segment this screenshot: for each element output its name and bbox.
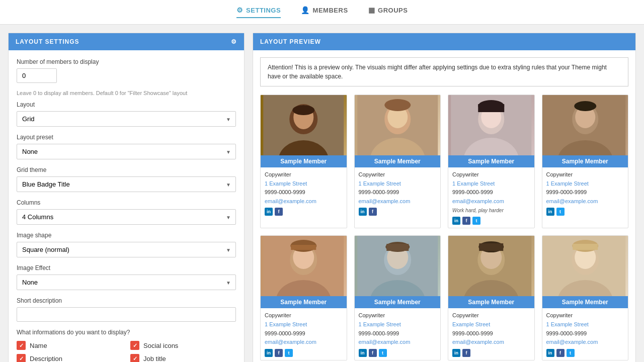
twitter-icon-3[interactable]: t bbox=[472, 217, 480, 225]
member-role-7: Copywriter bbox=[452, 311, 530, 320]
member-address-5: 1 Example Street bbox=[265, 320, 343, 329]
twitter-icon-6[interactable]: t bbox=[379, 349, 387, 357]
checkbox-description-box[interactable]: ✓ bbox=[17, 354, 26, 362]
member-photo-8 bbox=[542, 236, 628, 296]
preset-group: Layout preset None Preset 1 ▼ bbox=[17, 134, 236, 159]
twitter-icon-5[interactable]: t bbox=[285, 349, 293, 357]
linkedin-icon-7[interactable]: in bbox=[452, 349, 460, 357]
member-name-7: Sample Member bbox=[468, 299, 514, 306]
preview-notice: Attention! This is a preview only. The v… bbox=[260, 57, 628, 86]
member-phone-8: 9999-0000-9999 bbox=[546, 329, 624, 338]
linkedin-icon-6[interactable]: in bbox=[359, 349, 367, 357]
member-card-5: Sample Member Copywriter 1 Example Stree… bbox=[260, 235, 347, 360]
member-card-7: Sample Member Copywriter Example Street … bbox=[448, 235, 535, 360]
layout-group: Layout Grid List Filter Showcase ▼ bbox=[17, 101, 236, 127]
member-address-2: 1 Example Street bbox=[359, 179, 437, 189]
preset-select[interactable]: None Preset 1 bbox=[17, 144, 236, 159]
nav-item-settings[interactable]: ⚙ SETTINGS bbox=[236, 6, 281, 18]
left-panel: LAYOUT SETTINGS ⚙ Number of members to d… bbox=[8, 33, 245, 362]
member-role-2: Copywriter bbox=[359, 170, 437, 179]
linkedin-icon-3[interactable]: in bbox=[452, 217, 460, 225]
member-name-bar-2: Sample Member bbox=[355, 155, 441, 167]
svg-point-4 bbox=[292, 105, 314, 115]
member-name-bar-8: Sample Member bbox=[542, 296, 628, 308]
image-shape-group: Image shape Square (normal) Circle Round… bbox=[17, 232, 236, 257]
checkbox-social-icons-box[interactable]: ✓ bbox=[130, 341, 139, 350]
member-address-8: 1 Example Street bbox=[546, 320, 624, 329]
image-shape-select[interactable]: Square (normal) Circle Rounded bbox=[17, 242, 236, 257]
member-email-7: email@example.com bbox=[452, 338, 530, 347]
member-name-bar-7: Sample Member bbox=[448, 296, 534, 308]
theme-select[interactable]: Blue Badge Title Dark Badge Title bbox=[17, 176, 236, 192]
short-desc-input[interactable] bbox=[17, 307, 236, 322]
member-photo-1 bbox=[261, 95, 347, 155]
layout-select-wrapper: Grid List Filter Showcase ▼ bbox=[17, 111, 236, 127]
member-photo-4 bbox=[542, 95, 628, 155]
image-shape-select-wrapper: Square (normal) Circle Rounded ▼ bbox=[17, 242, 236, 257]
checkbox-name-box[interactable]: ✓ bbox=[17, 341, 26, 350]
member-email-5: email@example.com bbox=[265, 338, 343, 347]
member-social-1: in f bbox=[265, 208, 343, 216]
checkbox-social-icons-label: Social icons bbox=[143, 342, 178, 349]
member-name-bar-4: Sample Member bbox=[542, 155, 628, 167]
member-name-bar-5: Sample Member bbox=[261, 296, 347, 308]
layout-label: Layout bbox=[17, 101, 236, 108]
member-address-4: 1 Example Street bbox=[546, 179, 624, 189]
facebook-icon-8[interactable]: f bbox=[556, 349, 565, 357]
image-effect-select[interactable]: None Grayscale Sepia bbox=[17, 275, 236, 290]
member-role-4: Copywriter bbox=[546, 170, 624, 179]
svg-rect-39 bbox=[479, 243, 503, 251]
member-role-1: Copywriter bbox=[265, 170, 343, 179]
layout-select[interactable]: Grid List Filter Showcase bbox=[17, 111, 236, 127]
preview-header: LAYOUT PREVIEW bbox=[253, 33, 635, 50]
columns-select[interactable]: 1 Column 2 Columns 3 Columns 4 Columns bbox=[17, 209, 236, 225]
facebook-icon-7[interactable]: f bbox=[462, 349, 470, 357]
checkbox-job-title-box[interactable]: ✓ bbox=[130, 354, 139, 362]
svg-point-21 bbox=[574, 101, 596, 111]
member-card-4: Sample Member Copywriter 1 Example Stree… bbox=[542, 95, 629, 228]
linkedin-icon-4[interactable]: in bbox=[546, 208, 554, 216]
linkedin-icon-8[interactable]: in bbox=[546, 349, 554, 357]
member-info-1: Copywriter 1 Example Street 9999-0000-99… bbox=[261, 167, 347, 219]
main-container: LAYOUT SETTINGS ⚙ Number of members to d… bbox=[0, 25, 644, 362]
member-email-6: email@example.com bbox=[359, 338, 437, 347]
checkbox-job-title: ✓ Job title bbox=[130, 354, 236, 362]
checkboxes-section-label: What informations do you want to display… bbox=[17, 329, 236, 336]
nav-item-members[interactable]: 👤 MEMBERS bbox=[301, 6, 348, 18]
member-email-8: email@example.com bbox=[546, 338, 624, 347]
member-photo-3 bbox=[448, 95, 534, 155]
member-photo-6 bbox=[355, 236, 441, 296]
settings-icon: ⚙ bbox=[236, 6, 244, 14]
member-photo-7 bbox=[448, 236, 534, 296]
facebook-icon-6[interactable]: f bbox=[369, 349, 377, 357]
linkedin-icon-2[interactable]: in bbox=[359, 208, 367, 216]
member-card-6: Sample Member Copywriter 1 Example Stree… bbox=[354, 235, 441, 360]
member-name-bar-1: Sample Member bbox=[261, 155, 347, 167]
nav-item-groups[interactable]: ▦ GROUPS bbox=[368, 6, 408, 18]
theme-select-wrapper: Blue Badge Title Dark Badge Title ▼ bbox=[17, 176, 236, 192]
nav-label-settings: SETTINGS bbox=[246, 7, 281, 14]
facebook-icon-2[interactable]: f bbox=[369, 208, 377, 216]
facebook-icon-3[interactable]: f bbox=[462, 217, 470, 225]
checkbox-description-label: Description bbox=[30, 355, 62, 363]
members-count-input[interactable] bbox=[17, 68, 57, 83]
groups-icon: ▦ bbox=[368, 6, 375, 14]
linkedin-icon-5[interactable]: in bbox=[265, 349, 273, 357]
preview-body: Attention! This is a preview only. The v… bbox=[253, 50, 635, 362]
twitter-icon-4[interactable]: t bbox=[556, 208, 565, 216]
checkboxes-section: What informations do you want to display… bbox=[17, 329, 236, 362]
member-address-6: 1 Example Street bbox=[359, 320, 437, 329]
nav-label-members: MEMBERS bbox=[313, 7, 348, 14]
settings-gear-icon[interactable]: ⚙ bbox=[231, 38, 237, 45]
linkedin-icon-1[interactable]: in bbox=[265, 208, 273, 216]
member-role-5: Copywriter bbox=[265, 311, 343, 320]
member-name-4: Sample Member bbox=[562, 158, 608, 165]
member-name-5: Sample Member bbox=[280, 299, 327, 306]
twitter-icon-8[interactable]: t bbox=[567, 349, 575, 357]
facebook-icon-1[interactable]: f bbox=[275, 208, 283, 216]
member-social-8: in f t bbox=[546, 349, 624, 357]
member-name-2: Sample Member bbox=[374, 158, 421, 165]
member-name-3: Sample Member bbox=[468, 158, 514, 165]
facebook-icon-5[interactable]: f bbox=[275, 349, 283, 357]
member-info-8: Copywriter 1 Example Street 9999-0000-99… bbox=[542, 308, 628, 359]
